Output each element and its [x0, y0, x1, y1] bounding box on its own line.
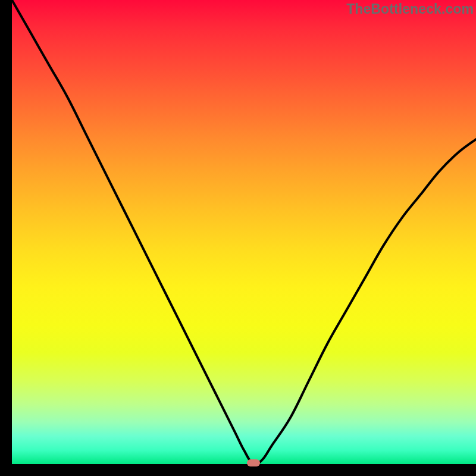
optimal-point-marker	[247, 459, 260, 466]
plot-area: TheBottleneck.com	[12, 0, 476, 464]
bottleneck-curve	[12, 0, 476, 464]
chart-container: TheBottleneck.com	[0, 0, 476, 476]
